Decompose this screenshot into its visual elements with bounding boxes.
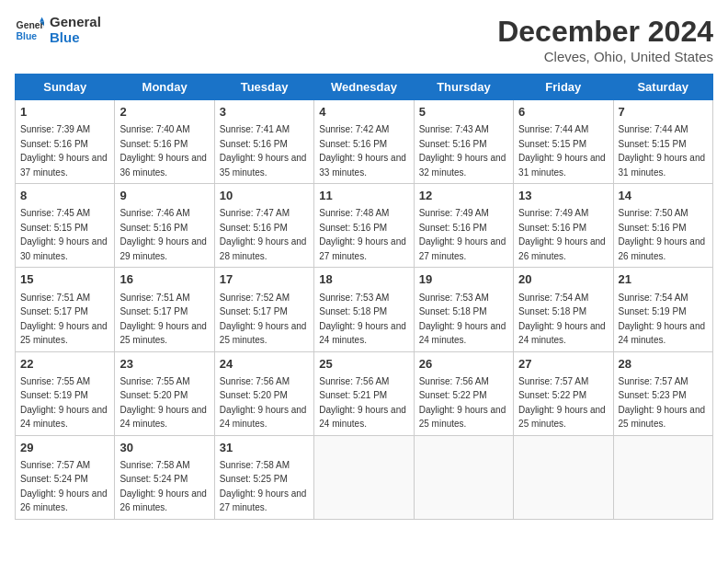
day-number: 16 (119, 271, 209, 288)
week-row-1: 1 Sunrise: 7:39 AMSunset: 5:16 PMDayligh… (16, 100, 713, 184)
day-cell: 11 Sunrise: 7:48 AMSunset: 5:16 PMDaylig… (314, 184, 414, 268)
week-row-3: 15 Sunrise: 7:51 AMSunset: 5:17 PMDaylig… (16, 268, 713, 351)
day-number: 25 (319, 356, 408, 373)
day-detail: Sunrise: 7:56 AMSunset: 5:21 PMDaylight:… (319, 376, 406, 430)
day-detail: Sunrise: 7:53 AMSunset: 5:18 PMDaylight:… (419, 293, 506, 346)
day-cell: 6 Sunrise: 7:44 AMSunset: 5:15 PMDayligh… (514, 100, 613, 184)
day-cell: 15 Sunrise: 7:51 AMSunset: 5:17 PMDaylig… (16, 268, 115, 351)
day-cell: 14 Sunrise: 7:50 AMSunset: 5:16 PMDaylig… (613, 184, 712, 268)
day-number: 4 (319, 104, 408, 121)
day-number: 3 (220, 104, 309, 121)
day-cell (514, 435, 613, 519)
day-detail: Sunrise: 7:57 AMSunset: 5:23 PMDaylight:… (619, 376, 706, 430)
day-number: 13 (518, 188, 608, 204)
day-number: 18 (319, 271, 408, 288)
day-header-tuesday: Tuesday (214, 75, 313, 100)
day-number: 19 (419, 271, 508, 288)
day-detail: Sunrise: 7:58 AMSunset: 5:24 PMDaylight:… (119, 460, 207, 513)
day-cell: 4 Sunrise: 7:42 AMSunset: 5:16 PMDayligh… (314, 100, 414, 184)
day-cell: 31 Sunrise: 7:58 AMSunset: 5:25 PMDaylig… (214, 435, 313, 519)
day-detail: Sunrise: 7:48 AMSunset: 5:16 PMDaylight:… (319, 208, 406, 261)
day-cell: 18 Sunrise: 7:53 AMSunset: 5:18 PMDaylig… (314, 268, 414, 351)
day-detail: Sunrise: 7:57 AMSunset: 5:24 PMDaylight:… (20, 460, 108, 513)
svg-text:General: General (17, 20, 44, 30)
day-cell: 28 Sunrise: 7:57 AMSunset: 5:23 PMDaylig… (613, 351, 712, 435)
day-detail: Sunrise: 7:53 AMSunset: 5:18 PMDaylight:… (319, 293, 406, 346)
logo-line1: General (50, 15, 101, 30)
day-detail: Sunrise: 7:49 AMSunset: 5:16 PMDaylight:… (419, 208, 506, 261)
day-number: 30 (119, 440, 209, 456)
day-cell: 5 Sunrise: 7:43 AMSunset: 5:16 PMDayligh… (414, 100, 513, 184)
day-number: 5 (419, 104, 508, 121)
day-cell: 22 Sunrise: 7:55 AMSunset: 5:19 PMDaylig… (16, 351, 115, 435)
logo-icon: General Blue (15, 16, 44, 45)
day-cell: 17 Sunrise: 7:52 AMSunset: 5:17 PMDaylig… (214, 268, 313, 351)
day-detail: Sunrise: 7:54 AMSunset: 5:19 PMDaylight:… (619, 293, 706, 346)
logo: General Blue General Blue (15, 15, 101, 45)
calendar-title: December 2024 (497, 15, 713, 49)
week-row-4: 22 Sunrise: 7:55 AMSunset: 5:19 PMDaylig… (16, 351, 713, 435)
day-cell (613, 435, 712, 519)
day-detail: Sunrise: 7:41 AMSunset: 5:16 PMDaylight:… (220, 124, 307, 178)
day-detail: Sunrise: 7:43 AMSunset: 5:16 PMDaylight:… (419, 124, 506, 178)
day-detail: Sunrise: 7:56 AMSunset: 5:22 PMDaylight:… (419, 376, 506, 430)
day-cell (414, 435, 513, 519)
day-cell: 13 Sunrise: 7:49 AMSunset: 5:16 PMDaylig… (514, 184, 613, 268)
day-number: 27 (518, 356, 608, 373)
day-number: 6 (518, 104, 608, 121)
day-cell: 9 Sunrise: 7:46 AMSunset: 5:16 PMDayligh… (115, 184, 214, 268)
day-detail: Sunrise: 7:39 AMSunset: 5:16 PMDaylight:… (20, 124, 108, 178)
day-number: 10 (220, 188, 309, 204)
day-cell: 19 Sunrise: 7:53 AMSunset: 5:18 PMDaylig… (414, 268, 513, 351)
day-cell: 24 Sunrise: 7:56 AMSunset: 5:20 PMDaylig… (214, 351, 313, 435)
day-number: 2 (119, 104, 209, 121)
logo-line2: Blue (50, 30, 101, 46)
day-number: 15 (20, 271, 109, 288)
day-detail: Sunrise: 7:44 AMSunset: 5:15 PMDaylight:… (619, 124, 706, 178)
day-number: 11 (319, 188, 408, 204)
calendar-table: SundayMondayTuesdayWednesdayThursdayFrid… (15, 74, 713, 520)
day-number: 8 (20, 188, 109, 204)
day-cell (314, 435, 414, 519)
day-number: 20 (518, 271, 608, 288)
day-cell: 8 Sunrise: 7:45 AMSunset: 5:15 PMDayligh… (16, 184, 115, 268)
day-number: 26 (419, 356, 508, 373)
svg-text:Blue: Blue (17, 30, 38, 40)
day-detail: Sunrise: 7:50 AMSunset: 5:16 PMDaylight:… (619, 208, 706, 261)
day-cell: 27 Sunrise: 7:57 AMSunset: 5:22 PMDaylig… (514, 351, 613, 435)
day-number: 31 (220, 440, 309, 456)
week-row-2: 8 Sunrise: 7:45 AMSunset: 5:15 PMDayligh… (16, 184, 713, 268)
day-number: 9 (119, 188, 209, 204)
day-detail: Sunrise: 7:56 AMSunset: 5:20 PMDaylight:… (220, 376, 307, 430)
day-detail: Sunrise: 7:47 AMSunset: 5:16 PMDaylight:… (220, 208, 307, 261)
day-number: 29 (20, 440, 109, 456)
day-detail: Sunrise: 7:51 AMSunset: 5:17 PMDaylight:… (119, 293, 207, 346)
day-number: 7 (619, 104, 708, 121)
day-detail: Sunrise: 7:55 AMSunset: 5:19 PMDaylight:… (20, 376, 108, 430)
day-number: 14 (619, 188, 708, 204)
header: General Blue General Blue December 2024 … (15, 15, 713, 64)
day-header-monday: Monday (115, 75, 214, 100)
day-number: 17 (220, 271, 309, 288)
day-cell: 12 Sunrise: 7:49 AMSunset: 5:16 PMDaylig… (414, 184, 513, 268)
day-header-sunday: Sunday (16, 75, 115, 100)
day-cell: 26 Sunrise: 7:56 AMSunset: 5:22 PMDaylig… (414, 351, 513, 435)
title-area: December 2024 Cleves, Ohio, United State… (497, 15, 713, 64)
day-detail: Sunrise: 7:49 AMSunset: 5:16 PMDaylight:… (518, 208, 606, 261)
day-cell: 16 Sunrise: 7:51 AMSunset: 5:17 PMDaylig… (115, 268, 214, 351)
day-cell: 23 Sunrise: 7:55 AMSunset: 5:20 PMDaylig… (115, 351, 214, 435)
week-row-5: 29 Sunrise: 7:57 AMSunset: 5:24 PMDaylig… (16, 435, 713, 519)
day-detail: Sunrise: 7:46 AMSunset: 5:16 PMDaylight:… (119, 208, 207, 261)
day-detail: Sunrise: 7:51 AMSunset: 5:17 PMDaylight:… (20, 293, 108, 346)
day-number: 1 (20, 104, 109, 121)
day-cell: 3 Sunrise: 7:41 AMSunset: 5:16 PMDayligh… (214, 100, 313, 184)
day-detail: Sunrise: 7:40 AMSunset: 5:16 PMDaylight:… (119, 124, 207, 178)
day-header-thursday: Thursday (414, 75, 513, 100)
day-cell: 2 Sunrise: 7:40 AMSunset: 5:16 PMDayligh… (115, 100, 214, 184)
day-number: 28 (619, 356, 708, 373)
day-number: 12 (419, 188, 508, 204)
day-detail: Sunrise: 7:54 AMSunset: 5:18 PMDaylight:… (518, 293, 606, 346)
day-cell: 29 Sunrise: 7:57 AMSunset: 5:24 PMDaylig… (16, 435, 115, 519)
day-detail: Sunrise: 7:45 AMSunset: 5:15 PMDaylight:… (20, 208, 108, 261)
day-header-friday: Friday (514, 75, 613, 100)
